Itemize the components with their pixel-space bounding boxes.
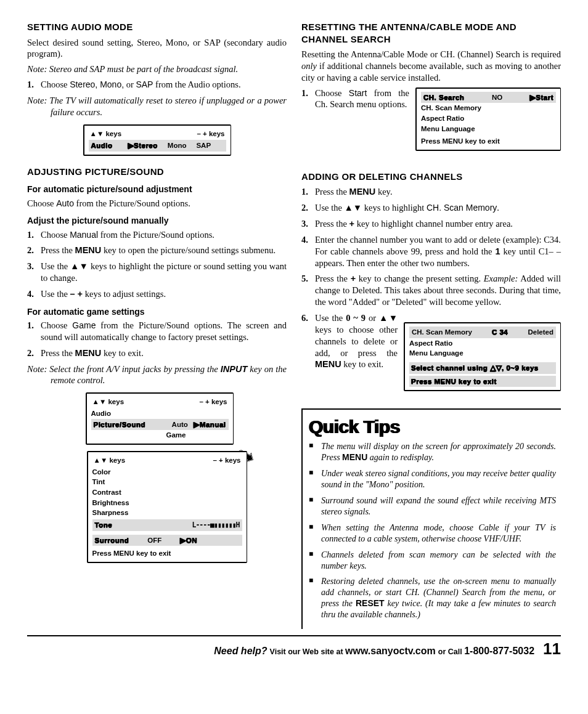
osd-slider: L----■▮▮▮▮▮▮H <box>192 520 239 530</box>
osd-item-game: Game <box>91 430 229 440</box>
heading-resetting-antenna: RESETTING THE ANTENNA/CABLE MODE AND CHA… <box>301 21 561 45</box>
osd-item-manual: ▶Manual <box>194 421 226 428</box>
osd-item-language: Menu Language <box>409 348 556 359</box>
osd-picture-sound-top: ▲▼ keys – + keys Audio Picture/Sound Aut… <box>86 392 234 445</box>
osd-item-stereo: ▶Stereo <box>128 140 158 151</box>
plus-icon: + <box>351 274 356 283</box>
text: Resetting the Antenna/Cable Mode or CH. … <box>301 49 561 59</box>
text: Choose <box>27 198 56 208</box>
para-audio-intro: Select desired sound setting, Stereo, Mo… <box>27 37 287 60</box>
osd-item-language: Menu Language <box>421 124 556 134</box>
osd-header-right: – + keys <box>199 397 227 407</box>
heading-setting-audio-mode: SETTING AUDIO MODE <box>27 21 287 33</box>
step-add-3: 3. Press the + key to highlight channel … <box>301 218 561 230</box>
plus-icon: + <box>349 219 354 229</box>
text: Use the <box>41 289 70 299</box>
text: if additional channels become available,… <box>301 61 561 83</box>
step-add-4: 4. Enter the channel number you want to … <box>301 234 561 269</box>
two-column-layout: SETTING AUDIO MODE Select desired sound … <box>27 18 561 629</box>
step-manual-3: 3.Use the ▲▼ keys to highlight the pictu… <box>27 261 287 284</box>
osd-header-left: ▲▼ keys <box>90 129 122 139</box>
quick-tips-title: Quick Tips <box>309 415 556 439</box>
note-reset-stereo: Note: The TV will automatically reset to… <box>27 95 287 118</box>
osd-item-sap: SAP <box>196 140 211 151</box>
text: . <box>497 203 499 213</box>
heading-add-delete-channels: ADDING OR DELETING CHANNELS <box>301 171 561 183</box>
osd-exit-text: Press MENU key to exit <box>421 136 556 147</box>
label-input-key: INPUT <box>221 364 248 374</box>
sub-auto-adjustment: For automatic picture/sound adjustment <box>27 184 287 195</box>
osd-item-surround: Surround <box>95 535 129 546</box>
text: key to open the picture/sound settings s… <box>101 245 276 255</box>
label-reset-key: RESET <box>356 598 385 608</box>
osd-item-c34: C 34 <box>492 327 508 338</box>
text: from the Audio options. <box>153 79 240 89</box>
text: from the Picture/Sound options. <box>74 198 190 208</box>
text: Press the <box>315 187 349 197</box>
sub-game-settings: For automatic game settings <box>27 306 287 317</box>
label-menu-key: MENU <box>349 187 376 197</box>
label-plusminus: – + <box>70 289 83 299</box>
osd-item-deleted: Deleted <box>528 327 553 338</box>
step-add-5: 5. Press the + key to change the present… <box>301 273 561 308</box>
tip-5: Channels deleted from scan memory can be… <box>309 550 556 572</box>
osd-item-brightness: Brightness <box>92 498 242 508</box>
osd-header-left: ▲▼ keys <box>94 455 126 466</box>
osd-item-sharpness: Sharpness <box>92 508 242 518</box>
text: Press the <box>315 219 349 229</box>
para-choose-auto: Choose Auto from the Picture/Sound optio… <box>27 198 287 209</box>
label-menu-key: MENU <box>315 359 341 369</box>
step-add-6: 6. CH. Scan Memory C 34 Deleted Aspect R… <box>301 312 561 396</box>
label-example: Example: <box>484 274 518 283</box>
footer-need-help: Need help? <box>214 646 267 656</box>
note-input-jacks: Note: Select the front A/V input jacks b… <box>27 363 287 387</box>
footer-phone: 1-800-877-5032 <box>464 646 534 656</box>
osd-header-right: – + keys <box>197 129 224 139</box>
osd-item-tint: Tint <box>92 477 242 487</box>
osd-item-on: ▶ON <box>180 535 197 546</box>
text: key to change the present setting. <box>356 274 484 283</box>
page-footer: Need help? Visit our Web site at www.san… <box>27 635 561 660</box>
heading-adjusting-picture-sound: ADJUSTING PICTURE/SOUND <box>27 166 287 178</box>
step-game-2: 2. Press the MENU key to exit. <box>27 347 287 359</box>
text: Choose <box>41 320 72 330</box>
text: Use the ▲▼ keys to highlight <box>315 203 427 213</box>
step-manual-2: 2. Press the MENU key to open the pictur… <box>27 245 287 256</box>
label-auto: Auto <box>56 198 74 208</box>
label-sap: SAP <box>136 79 153 89</box>
step-add-1: 1. Press the MENU key. <box>301 186 561 198</box>
text: Note: Select the front A/V input jacks b… <box>27 364 221 374</box>
step-manual-1: 1. Choose Manual from the Picture/Sound … <box>27 229 287 241</box>
text: from the Picture/Sound options. <box>98 230 214 240</box>
tip-4: When setting the Antenna mode, choose Ca… <box>309 522 556 545</box>
step-manual-4: 4. Use the – + keys to adjust settings. <box>27 288 287 300</box>
sub-manual-adjustment: Adjust the picture/sound manually <box>27 215 287 226</box>
osd-item-scan-memory: CH. Scan Memory <box>412 327 472 338</box>
text: Press the <box>41 245 75 255</box>
osd-item-auto: Auto <box>172 421 188 428</box>
label-0-9: 0 ~ 9 <box>346 313 365 323</box>
left-column: SETTING AUDIO MODE Select desired sound … <box>27 18 287 629</box>
quick-tips-box: Quick Tips The menu will display on the … <box>301 408 561 629</box>
text: Press the <box>41 348 75 358</box>
osd-item-aspect: Aspect Ratio <box>421 113 556 124</box>
text: key to highlight channel number entry ar… <box>354 219 513 229</box>
osd-picture-sound-bottom: ▲▼ keys – + keys Color Tint Contrast Bri… <box>87 451 247 563</box>
text: key. <box>375 187 392 197</box>
osd-item-picture-sound: Picture/Sound <box>94 420 145 430</box>
osd-picture-sound-group: ▲▼ keys – + keys Audio Picture/Sound Aut… <box>67 392 247 563</box>
label-start: Start <box>349 88 367 98</box>
tip-3: Surround sound will expand the sound eff… <box>309 495 556 517</box>
text: keys to adjust settings. <box>83 289 166 299</box>
label-one-key: 1 <box>495 246 500 256</box>
right-column: RESETTING THE ANTENNA/CABLE MODE AND CHA… <box>301 18 561 629</box>
label-stereo-mono: Stereo, Mono, <box>70 79 124 89</box>
step-game-1: 1. Choose Game from the Picture/Sound op… <box>27 320 287 343</box>
osd-item-off: OFF <box>147 535 161 546</box>
step-add-2: 2. Use the ▲▼ keys to highlight CH. Scan… <box>301 202 561 214</box>
osd-item-aspect: Aspect Ratio <box>409 338 556 349</box>
osd-item-audio: Audio <box>91 140 123 151</box>
step-wrap-chsearch: CH. Search NO ▶Start CH. Scan Memory Asp… <box>301 87 561 156</box>
tip-2: Under weak stereo signal conditions, you… <box>309 468 556 490</box>
step-choose-start: 1. Choose Start from the Ch. Search menu… <box>301 87 561 111</box>
